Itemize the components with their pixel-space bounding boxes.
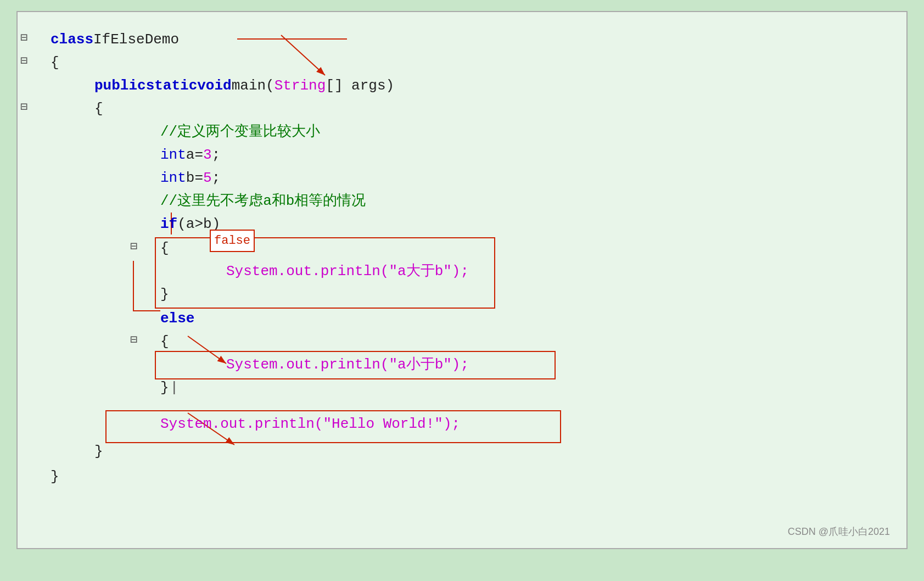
if-block: false ⊟ { System.out.println("a大于b"); } [51,237,890,306]
else-block: else ⊟ { System.out.println("a小于b"); } | [51,308,890,400]
semicolon-b: ; [212,167,221,190]
line-var-a: int a= 3 ; [51,144,890,167]
keyword-if: if [160,213,177,236]
line-open-brace3: ⊟ { [160,237,890,260]
brace-close-4: } [160,377,169,400]
line-comment1: //定义两个变量比较大小 [51,121,890,144]
println-a-lt-b: System.out.println("a小于b"); [226,354,469,377]
cursor: | [170,377,179,400]
line-println-hello: System.out.println("Hello World!"); [160,413,890,436]
gutter-2: ⊟ [20,52,27,71]
line-close-brace4: } | [160,377,890,400]
method-args: [] args) [326,75,394,98]
var-b-assign: b= [186,167,203,190]
line-comment2: //这里先不考虑a和b相等的情况 [51,190,890,213]
val-5: 5 [203,167,212,190]
else-bracket-vert [133,261,134,310]
else-bracket-horiz [133,310,160,311]
println-a-gt-b: System.out.println("a大于b"); [226,260,469,283]
var-a-assign: a= [186,144,203,167]
gutter-5: ⊟ [130,331,137,350]
semicolon-a: ; [212,144,221,167]
brace-open-3: { [160,237,169,260]
comment-2: //这里先不考虑a和b相等的情况 [160,190,366,213]
val-3: 3 [203,144,212,167]
line-method-decl: public static void main( String [] args) [51,75,890,98]
method-name: main( [232,75,275,98]
keyword-int-a: int [160,144,186,167]
line-close-brace3: } [160,283,890,306]
line-close-brace1: } [51,466,890,489]
line-close-brace2: } [51,440,890,463]
line-else-stmt: else [160,308,890,331]
keyword-class: class [51,29,93,52]
type-string: String [275,75,326,98]
spacer [51,400,890,411]
brace-open-1: { [51,52,59,75]
line-if-stmt: if (a>b) [51,213,890,236]
println-a-lt-b-container: System.out.println("a小于b"); [160,354,890,377]
keyword-public: public [94,75,146,98]
brace-close-1: } [51,466,59,489]
line-class-decl: ⊟ class IfElseDemo [51,29,890,52]
line-open-brace1: ⊟ { [51,52,890,75]
code-block: ⊟ class IfElseDemo ⊟ { public static voi… [51,29,890,489]
comment-1: //定义两个变量比较大小 [160,121,320,144]
watermark: CSDN @爪哇小白2021 [788,525,890,538]
brace-close-2: } [94,440,103,463]
gutter-1: ⊟ [20,29,27,48]
brace-close-3: } [160,283,169,306]
keyword-int-b: int [160,167,186,190]
keyword-static: static [146,75,198,98]
brace-open-2: { [94,98,103,121]
line-println-a-gt-b: System.out.println("a大于b"); [160,260,890,283]
line-var-b: int b= 5 ; [51,167,890,190]
println-hello: System.out.println("Hello World!"); [160,413,460,436]
gutter-4: ⊟ [130,237,137,256]
line-open-brace2: ⊟ { [51,98,890,121]
code-container: ⊟ class IfElseDemo ⊟ { public static voi… [16,11,908,549]
hello-world-container: System.out.println("Hello World!"); [51,413,890,436]
brace-open-4: { [160,331,169,354]
gutter-3: ⊟ [20,98,27,117]
keyword-void: void [197,75,231,98]
line-open-brace4: ⊟ { [160,331,890,354]
line-println-a-lt-b: System.out.println("a小于b"); [226,354,890,377]
keyword-else: else [160,308,194,331]
class-name: IfElseDemo [93,29,179,52]
